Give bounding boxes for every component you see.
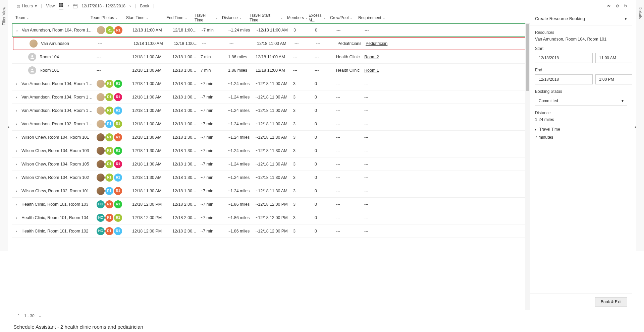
col-photos[interactable]: Team Photos⌄ xyxy=(89,15,124,20)
visibility-button[interactable]: 👁 xyxy=(607,4,611,8)
start-cell: 12/18 11:00 AM xyxy=(130,28,171,32)
requirement-cell[interactable]: Room 2 xyxy=(362,55,390,59)
left-expand-icon[interactable] xyxy=(8,124,12,131)
collapse-all-icon[interactable]: ⌃ xyxy=(17,314,20,318)
avatar: R1 xyxy=(105,120,113,128)
table-row[interactable]: Van Amundson---12/18 11:00 AM12/18 1:00 … xyxy=(13,37,529,50)
team-cell: Health Clinic, Room 101, Room 102 xyxy=(19,229,95,234)
table-row[interactable]: ›Wilson Chew, Room 104, Room 103R1R112/1… xyxy=(12,144,530,157)
calendar-button[interactable] xyxy=(73,4,77,8)
start-cell: 12/18 11:30 AM xyxy=(130,135,170,140)
col-travel-start[interactable]: Travel Start Time⌄ xyxy=(248,13,285,22)
col-crew[interactable]: Crew/Pool⌄ xyxy=(328,15,356,20)
right-rail-details[interactable]: Details xyxy=(636,0,644,251)
tstart-cell: 12/18 11:00 AM xyxy=(254,68,291,73)
requirement-link[interactable]: Room 1 xyxy=(364,68,379,73)
date-range[interactable]: 12/17/2018 - 12/23/2018 xyxy=(82,4,125,8)
avatar xyxy=(97,93,105,101)
table-row[interactable]: ›Van Amundson, Room 104, Room 105R1R112/… xyxy=(12,90,530,104)
prev-button[interactable]: ‹ xyxy=(67,4,69,8)
requirement-link[interactable]: Pediatrician xyxy=(366,41,387,46)
end-date-input[interactable] xyxy=(535,74,593,84)
crew-cell: --- xyxy=(334,229,362,234)
members-cell: 3 xyxy=(291,215,313,220)
col-start[interactable]: Start Time⌄ xyxy=(124,15,164,20)
details-collapse-icon[interactable]: ▸ xyxy=(625,16,627,21)
table-row[interactable]: ›Health Clinic, Room 101, Room 102HCR1R1… xyxy=(12,224,530,238)
table-row[interactable]: ›Wilson Chew, Room 104, Room 105R1R112/1… xyxy=(12,157,530,171)
right-expand-icon[interactable] xyxy=(632,124,636,131)
expand-toggle[interactable]: › xyxy=(13,162,19,166)
members-cell: 3 xyxy=(291,81,313,86)
refresh-button[interactable]: ↻ xyxy=(624,4,627,8)
members-cell: 3 xyxy=(291,95,313,99)
requirement-link[interactable]: Room 2 xyxy=(364,55,379,59)
hours-dropdown[interactable]: ◷ Hours ▾ xyxy=(17,4,37,8)
table-row[interactable]: ›Health Clinic, Room 101, Room 103HCR1R1… xyxy=(12,198,530,211)
table-row[interactable]: ›Wilson Chew, Room 102, Room 101R1R112/1… xyxy=(12,184,530,198)
distance-cell: ~1.24 miles xyxy=(226,108,254,113)
requirement-cell[interactable]: Pediatrician xyxy=(364,41,392,46)
grid-view-button[interactable] xyxy=(59,3,63,9)
excess-cell: 0 xyxy=(313,202,334,207)
members-cell: 3 xyxy=(291,175,313,180)
expand-all-icon[interactable]: ⌄ xyxy=(39,314,42,318)
table-row[interactable]: ›Wilson Chew, Room 104, Room 102R1R112/1… xyxy=(12,171,530,184)
book-exit-button[interactable]: Book & Exit xyxy=(595,297,627,307)
tstart-cell: ~12/18 12:00 PM xyxy=(254,215,291,220)
photos-cell: R1R1 xyxy=(95,80,130,88)
settings-button[interactable]: ⚙ xyxy=(615,4,619,8)
book-button[interactable]: Book xyxy=(140,4,149,8)
expand-toggle[interactable]: ⌄ xyxy=(14,28,20,32)
svg-point-14 xyxy=(31,68,33,70)
col-team[interactable]: Team⌄ xyxy=(13,15,89,20)
expand-toggle[interactable]: › xyxy=(13,149,19,153)
table-row[interactable]: ›Wilson Chew, Room 104, Room 101R1R112/1… xyxy=(12,131,530,144)
start-cell: 12/18 11:00 AM xyxy=(130,108,170,113)
table-row[interactable]: Room 104---12/18 11:00 AM12/18 1:00 PM7 … xyxy=(12,50,530,64)
table-row[interactable]: ›Van Amundson, Room 102, Room 104R1R112/… xyxy=(12,117,530,131)
col-travel[interactable]: Travel Time⌄ xyxy=(193,13,220,22)
team-cell: Van Amundson, Room 104, Room 103 xyxy=(19,81,95,86)
col-members[interactable]: Members⌄ xyxy=(285,15,307,20)
expand-toggle[interactable]: › xyxy=(13,189,19,193)
requirement-cell[interactable]: Room 1 xyxy=(362,68,390,73)
scrollbar-thumb[interactable] xyxy=(526,24,529,91)
expand-toggle[interactable]: › xyxy=(13,202,19,206)
expand-toggle[interactable]: › xyxy=(13,95,19,99)
col-distance[interactable]: Distance⌄ xyxy=(220,15,248,20)
left-rail-filter[interactable]: Filter View xyxy=(0,0,8,251)
table-row[interactable]: ›Van Amundson, Room 104, Room 103R1R112/… xyxy=(12,77,530,90)
table-row[interactable]: Room 101---12/18 11:00 AM12/18 1:00 PM7 … xyxy=(12,64,530,77)
expand-toggle[interactable]: › xyxy=(13,135,19,139)
expand-toggle[interactable]: › xyxy=(13,109,19,113)
start-time-input[interactable] xyxy=(595,53,632,63)
distance-cell: ~1.24 miles xyxy=(226,162,254,167)
col-requirement[interactable]: Requirement⌄ xyxy=(356,15,384,20)
travel-cell: 7 min xyxy=(199,68,226,73)
end-time-input[interactable] xyxy=(595,74,632,84)
table-row[interactable]: ›Health Clinic, Room 101, Room 104HCR1R1… xyxy=(12,211,530,224)
expand-toggle[interactable]: › xyxy=(13,176,19,180)
next-button[interactable]: › xyxy=(129,4,131,8)
travel-cell: ~7 min xyxy=(199,202,226,207)
details-expand-icon[interactable]: ▸ xyxy=(535,128,537,131)
expand-toggle[interactable]: › xyxy=(13,82,19,86)
status-select[interactable]: Committed ▾ xyxy=(535,96,627,106)
expand-toggle[interactable]: › xyxy=(13,229,19,233)
details-header: Create Resource Booking ▸ xyxy=(530,12,632,25)
table-row[interactable]: ›Van Amundson, Room 104, Room 102R1R112/… xyxy=(12,104,530,117)
distance-cell: 1.86 miles xyxy=(226,68,254,73)
col-excess[interactable]: Excess M...⌄ xyxy=(307,13,328,22)
vertical-scrollbar[interactable] xyxy=(525,23,530,310)
start-date-input[interactable] xyxy=(535,53,593,63)
avatar: HC xyxy=(97,227,105,235)
expand-toggle[interactable]: › xyxy=(13,122,19,126)
expand-toggle[interactable]: › xyxy=(13,216,19,220)
avatar: R1 xyxy=(114,214,122,222)
crew-cell: --- xyxy=(334,135,362,140)
avatar: R1 xyxy=(105,187,113,195)
travel-cell: ~7 min xyxy=(199,229,226,234)
table-row[interactable]: ⌄Van Amundson, Room 104, Room 101R1R112/… xyxy=(12,23,530,37)
col-end[interactable]: End Time⌄ xyxy=(164,15,193,20)
